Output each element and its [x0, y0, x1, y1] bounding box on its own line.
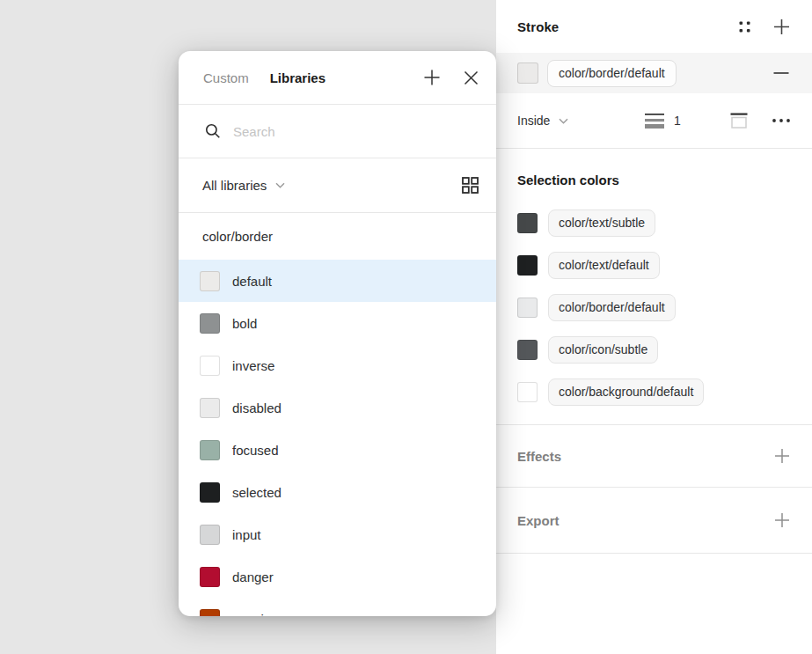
inspector-panel: Stroke color/border/default Inside 1	[496, 0, 812, 654]
list-item-warning[interactable]: warning	[179, 598, 496, 616]
list-item-input[interactable]: input	[179, 513, 496, 555]
color-name: disabled	[232, 400, 282, 415]
color-name: bold	[232, 316, 257, 331]
effects-title: Effects	[517, 449, 561, 464]
color-swatch	[200, 313, 220, 334]
stroke-color-swatch[interactable]	[517, 62, 538, 84]
divider	[496, 148, 812, 149]
remove-stroke-minus-icon[interactable]	[772, 64, 790, 82]
dialog-header: Custom Libraries	[179, 51, 496, 105]
four-dot-styles-icon[interactable]	[739, 21, 750, 33]
color-swatch	[200, 482, 220, 503]
library-filter-row: All libraries	[179, 158, 496, 213]
tab-libraries[interactable]: Libraries	[270, 70, 326, 85]
group-label: color/border	[202, 229, 273, 244]
selection-colors-section: Selection colors color/text/subtle color…	[496, 173, 812, 424]
stroke-align-value: Inside	[517, 114, 550, 128]
color-swatch	[200, 271, 220, 291]
list-item-bold[interactable]: bold	[179, 302, 496, 344]
dialog-search-row	[179, 105, 496, 158]
stroke-options-row: Inside 1	[496, 93, 812, 148]
list-item-disabled[interactable]: disabled	[179, 386, 496, 429]
color-swatch[interactable]	[517, 298, 538, 318]
stroke-align-dropdown[interactable]: Inside	[517, 114, 568, 128]
search-input[interactable]	[233, 124, 472, 139]
stroke-title: Stroke	[517, 19, 559, 34]
color-style-chip[interactable]: color/background/default	[548, 378, 704, 406]
color-swatch[interactable]	[517, 340, 538, 360]
stroke-per-side-icon[interactable]	[729, 113, 749, 129]
add-effect-plus-icon[interactable]	[774, 448, 790, 464]
color-swatch	[200, 356, 220, 376]
color-swatch	[200, 567, 220, 587]
selection-color-row: color/background/default	[517, 371, 791, 413]
close-icon[interactable]	[464, 70, 479, 85]
color-name: inverse	[232, 358, 274, 373]
libraries-dialog: Custom Libraries All libraries color/bor…	[179, 51, 496, 616]
color-name: selected	[232, 485, 282, 500]
selection-colors-title: Selection colors	[517, 173, 791, 188]
selection-color-row: color/icon/subtle	[517, 328, 791, 371]
tab-custom[interactable]: Custom	[203, 70, 249, 85]
library-filter-dropdown[interactable]: All libraries	[202, 178, 267, 193]
stroke-section-header: Stroke	[496, 0, 812, 53]
selection-color-row: color/text/default	[517, 244, 791, 286]
grid-view-icon[interactable]	[462, 177, 479, 194]
color-swatch[interactable]	[517, 255, 538, 276]
color-style-chip[interactable]: color/text/subtle	[548, 209, 655, 237]
color-swatch	[200, 398, 220, 418]
effects-section: Effects	[496, 425, 812, 487]
search-icon	[205, 123, 221, 139]
color-swatch[interactable]	[517, 382, 538, 402]
color-swatch	[200, 525, 220, 545]
list-item-danger[interactable]: danger	[179, 555, 496, 598]
color-swatch	[200, 440, 220, 460]
stroke-value-row[interactable]: color/border/default	[496, 53, 812, 93]
color-style-chip[interactable]: color/border/default	[548, 294, 676, 321]
color-name: default	[232, 274, 272, 289]
color-list: default bold inverse disabled focused se…	[179, 260, 496, 616]
more-options-icon[interactable]	[772, 119, 791, 123]
list-item-focused[interactable]: focused	[179, 429, 496, 471]
color-swatch[interactable]	[517, 213, 538, 233]
list-item-inverse[interactable]: inverse	[179, 344, 496, 386]
stroke-weight-input[interactable]: 1	[674, 114, 681, 128]
stroke-weight-icon	[645, 113, 664, 129]
create-style-plus-icon[interactable]	[423, 69, 441, 86]
color-name: input	[232, 527, 261, 542]
chevron-down-icon	[275, 182, 285, 188]
color-name: focused	[232, 443, 279, 458]
export-section: Export	[496, 488, 812, 553]
color-swatch	[200, 609, 220, 617]
chevron-down-icon	[559, 118, 568, 124]
color-name: warning	[232, 612, 279, 617]
color-name: danger	[232, 569, 274, 584]
divider	[496, 553, 812, 554]
selection-color-row: color/border/default	[517, 286, 791, 328]
color-style-chip[interactable]: color/icon/subtle	[548, 336, 658, 364]
group-header: color/border	[179, 213, 496, 260]
export-title: Export	[517, 513, 560, 528]
stroke-style-chip[interactable]: color/border/default	[547, 60, 677, 87]
list-item-selected[interactable]: selected	[179, 471, 496, 513]
list-item-default[interactable]: default	[179, 260, 496, 302]
add-stroke-plus-icon[interactable]	[773, 18, 790, 35]
color-style-chip[interactable]: color/text/default	[548, 252, 660, 279]
selection-color-row: color/text/subtle	[517, 202, 791, 244]
add-export-plus-icon[interactable]	[774, 512, 790, 528]
